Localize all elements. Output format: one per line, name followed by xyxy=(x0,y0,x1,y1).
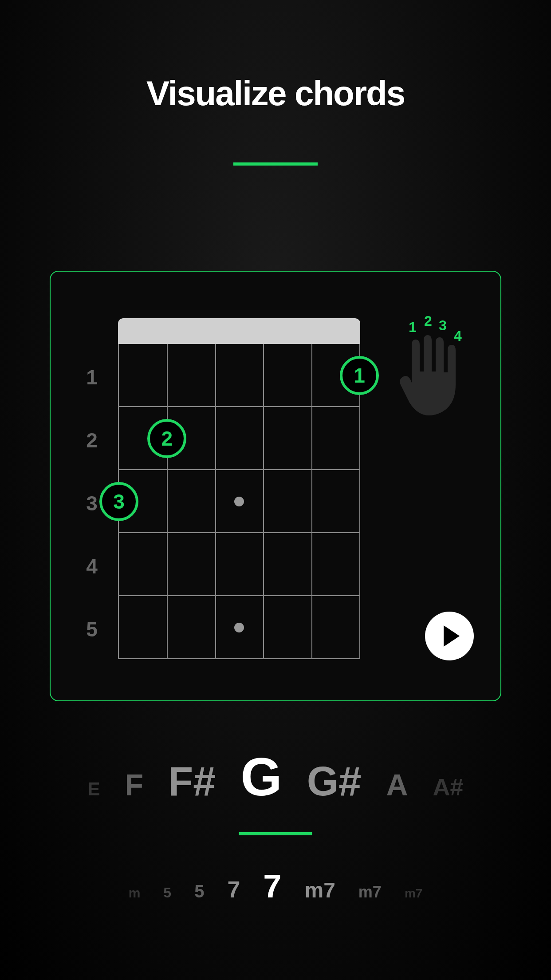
play-button[interactable] xyxy=(425,612,474,660)
chord-type-option[interactable]: 5 xyxy=(194,882,204,900)
fret-marker-dot xyxy=(234,497,244,506)
fretboard-nut xyxy=(118,318,360,344)
finger-position-1: 1 xyxy=(340,356,379,395)
chord-type-selected[interactable]: 7 xyxy=(263,870,281,903)
root-note-option[interactable]: E xyxy=(87,780,100,798)
chord-type-option[interactable]: 5 xyxy=(163,885,171,900)
root-note-option[interactable]: A xyxy=(386,770,408,800)
root-note-selected[interactable]: G xyxy=(240,750,282,803)
fretboard: 1 2 3 4 5 1 2 3 xyxy=(118,318,360,659)
chord-type-option[interactable]: 7 xyxy=(227,878,240,901)
hand-finger-label-3: 3 xyxy=(439,317,447,334)
root-note-selector[interactable]: E F F# G G# A A# xyxy=(0,750,551,803)
hand-finger-label-1: 1 xyxy=(409,319,417,336)
root-note-option[interactable]: A# xyxy=(433,775,464,799)
root-note-option[interactable]: F# xyxy=(168,761,216,802)
root-note-option[interactable]: F xyxy=(125,770,143,800)
title-divider xyxy=(233,162,318,166)
chord-type-option[interactable]: m7 xyxy=(304,880,335,901)
fret-number: 4 xyxy=(81,554,103,578)
fret-number: 2 xyxy=(81,428,103,452)
fret-marker-dot xyxy=(234,623,244,632)
play-icon xyxy=(444,625,460,647)
hand-diagram: 1 2 3 4 xyxy=(396,318,478,420)
root-selector-divider xyxy=(239,832,312,835)
fret-number: 1 xyxy=(81,365,103,389)
chord-diagram-card: 1 2 3 4 5 1 2 3 1 2 3 4 xyxy=(50,271,501,701)
chord-type-option[interactable]: m7 xyxy=(358,884,382,900)
hand-icon xyxy=(396,332,472,420)
chord-type-option[interactable]: m7 xyxy=(405,887,422,900)
chord-type-option[interactable]: m xyxy=(129,886,141,900)
finger-position-2: 2 xyxy=(147,419,186,458)
fret-number: 5 xyxy=(81,617,103,641)
finger-position-3: 3 xyxy=(99,482,138,521)
root-note-option[interactable]: G# xyxy=(307,761,362,802)
page-title: Visualize chords xyxy=(0,0,551,114)
fretboard-grid: 1 2 3 4 5 1 2 3 xyxy=(118,344,360,659)
chord-type-selector[interactable]: m 5 5 7 7 m7 m7 m7 xyxy=(0,870,551,905)
hand-finger-label-4: 4 xyxy=(454,328,462,344)
hand-finger-label-2: 2 xyxy=(424,313,432,329)
